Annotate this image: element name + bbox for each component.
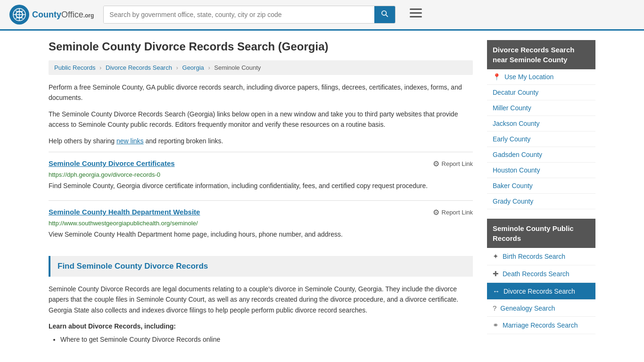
report-icon-0: ⚙ <box>433 159 439 168</box>
menu-button[interactable] <box>410 8 422 21</box>
nearby-county-link-3[interactable]: Early County <box>493 135 530 143</box>
public-records-header: Seminole County Public Records <box>487 219 595 248</box>
page-description: Perform a free Seminole County, GA publi… <box>49 82 473 146</box>
bullet-item-0: Where to get Seminole County Divorce Rec… <box>60 335 473 345</box>
nearby-link-1[interactable]: Miller County <box>487 100 595 116</box>
nearby-link-3[interactable]: Early County <box>487 132 595 147</box>
record-url-0: https://dph.georgia.gov/divorce-records-… <box>49 171 473 178</box>
nearby-link-4[interactable]: Gadsden County <box>487 147 595 163</box>
record-desc-0: Find Seminole County, Georgia divorce ce… <box>49 181 473 191</box>
svg-rect-7 <box>410 12 422 14</box>
divorce-records-link[interactable]: Divorce Records Search <box>504 288 575 295</box>
desc-para-1: Perform a free Seminole County, GA publi… <box>49 82 473 103</box>
public-record-item-3[interactable]: ? Genealogy Search <box>487 300 595 317</box>
site-logo[interactable]: CountyOffice.org <box>9 5 94 25</box>
record-url-1: http://www.southwestgeorgiapublichealth.… <box>49 220 473 227</box>
public-record-item-1[interactable]: ✚ Death Records Search <box>487 265 595 283</box>
record-desc-1: View Seminole County Health Department h… <box>49 230 473 239</box>
breadcrumb-divorce-records-search[interactable]: Divorce Records Search <box>106 64 172 71</box>
desc-para-3-suffix: and reporting broken links. <box>144 137 223 145</box>
breadcrumb-current: Seminole County <box>214 64 261 71</box>
public-record-item-0[interactable]: ✦ Birth Records Search <box>487 248 595 265</box>
record-title-1[interactable]: Seminole County Health Department Websit… <box>49 208 200 216</box>
nearby-link-7[interactable]: Grady County <box>487 194 595 209</box>
report-link-label-1: Report Link <box>442 209 473 216</box>
search-input[interactable] <box>104 6 374 23</box>
record-card-0: Seminole County Divorce Certificates ⚙ R… <box>49 152 473 198</box>
nearby-county-link-6[interactable]: Baker County <box>493 182 533 189</box>
nearby-header: Divorce Records Search near Seminole Cou… <box>487 40 595 69</box>
svg-point-4 <box>382 11 386 15</box>
divorce-icon: ↔ <box>493 287 500 295</box>
public-records-box: Seminole County Public Records ✦ Birth R… <box>487 219 595 334</box>
desc-para-2: The Seminole County Divorce Records Sear… <box>49 109 473 130</box>
learn-heading: Learn about Divorce Records, including: <box>49 322 473 330</box>
search-bar <box>103 6 396 24</box>
genealogy-search-link[interactable]: Genealogy Search <box>500 304 555 312</box>
nearby-link-6[interactable]: Baker County <box>487 178 595 194</box>
nearby-link-2[interactable]: Jackson County <box>487 116 595 132</box>
death-icon: ✚ <box>493 270 499 278</box>
find-records-section-header: Find Seminole County Divorce Records <box>49 256 473 277</box>
marriage-icon: ⚭ <box>493 321 499 329</box>
report-link-btn-0[interactable]: ⚙ Report Link <box>433 159 473 168</box>
main-content: Seminole County Divorce Records Search (… <box>49 40 473 347</box>
nearby-county-link-4[interactable]: Gadsden County <box>493 151 542 158</box>
nearby-county-link-0[interactable]: Decatur County <box>493 89 538 96</box>
desc-para-3: Help others by sharing new links and rep… <box>49 136 473 146</box>
page-title: Seminole County Divorce Records Search (… <box>49 40 473 53</box>
use-my-location-item[interactable]: 📍 Use My Location <box>487 69 595 85</box>
desc-para-3-prefix: Help others by sharing <box>49 137 116 145</box>
public-record-item-4[interactable]: ⚭ Marriage Records Search <box>487 317 595 334</box>
report-icon-1: ⚙ <box>433 208 439 217</box>
record-card-1: Seminole County Health Department Websit… <box>49 200 473 247</box>
birth-records-link[interactable]: Birth Records Search <box>503 253 565 260</box>
nearby-county-link-5[interactable]: Houston County <box>493 166 540 174</box>
find-records-title: Find Seminole County Divorce Records <box>58 262 466 271</box>
breadcrumb: Public Records › Divorce Records Search … <box>49 60 473 75</box>
nearby-county-link-7[interactable]: Grady County <box>493 197 533 205</box>
breadcrumb-georgia[interactable]: Georgia <box>182 64 204 71</box>
breadcrumb-public-records[interactable]: Public Records <box>54 64 95 71</box>
svg-rect-6 <box>410 8 422 10</box>
marriage-records-link[interactable]: Marriage Records Search <box>503 321 578 329</box>
use-my-location-link[interactable]: Use My Location <box>504 73 553 81</box>
nearby-county-link-2[interactable]: Jackson County <box>493 120 540 127</box>
svg-rect-8 <box>410 16 422 17</box>
genealogy-icon: ? <box>493 304 496 312</box>
location-pin-icon: 📍 <box>493 73 501 81</box>
logo-name: CountyOffice.org <box>32 10 94 20</box>
report-link-btn-1[interactable]: ⚙ Report Link <box>433 208 473 217</box>
report-link-label-0: Report Link <box>442 160 473 167</box>
death-records-link[interactable]: Death Records Search <box>503 270 570 278</box>
nearby-county-link-1[interactable]: Miller County <box>493 104 531 112</box>
nearby-box: Divorce Records Search near Seminole Cou… <box>487 40 595 209</box>
nearby-link-5[interactable]: Houston County <box>487 163 595 178</box>
sidebar: Divorce Records Search near Seminole Cou… <box>487 40 595 347</box>
bullet-list: Where to get Seminole County Divorce Rec… <box>49 335 473 345</box>
find-records-text: Seminole County Divorce Records are lega… <box>49 284 473 315</box>
logo-icon <box>9 5 29 25</box>
nearby-link-0[interactable]: Decatur County <box>487 85 595 100</box>
birth-icon: ✦ <box>493 252 499 261</box>
search-button[interactable] <box>374 6 395 23</box>
new-links-link[interactable]: new links <box>116 137 144 145</box>
record-title-0[interactable]: Seminole County Divorce Certificates <box>49 159 175 167</box>
public-record-item-2[interactable]: ↔ Divorce Records Search <box>487 283 595 300</box>
svg-line-5 <box>386 15 388 17</box>
